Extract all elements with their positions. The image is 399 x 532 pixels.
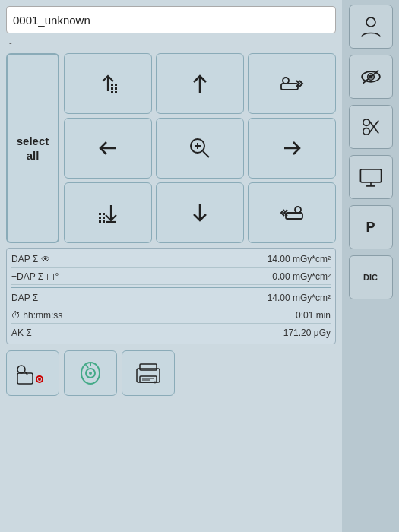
nav-up-bars-button[interactable] [64, 53, 152, 114]
svg-point-43 [366, 17, 375, 27]
stat-label-dap-sum: DAP Σ [11, 293, 103, 303]
stat-row-time: ⏱ hh:mm:ss 0:01 min [11, 308, 331, 324]
p-label: P [366, 220, 375, 236]
subtitle: - [6, 38, 336, 49]
svg-point-48 [363, 119, 369, 126]
stat-row-dap-eye: DAP Σ 👁 14.00 mGy*cm² [11, 252, 331, 268]
dicom-label: DIC [363, 273, 378, 282]
nav-patient-back-button[interactable] [248, 182, 336, 243]
tool-button-2[interactable] [64, 350, 117, 396]
svg-rect-8 [281, 84, 298, 90]
svg-point-31 [38, 378, 41, 381]
stat-label-time: ⏱ hh:mm:ss [11, 310, 103, 321]
svg-rect-20 [99, 220, 101, 223]
svg-point-9 [283, 78, 289, 84]
svg-rect-25 [286, 213, 302, 219]
stat-value-dap-eye: 14.00 mGy*cm² [268, 254, 331, 264]
patient-id-field[interactable]: 0001_unknown [6, 6, 336, 33]
sidebar-eye-button[interactable] [349, 55, 393, 99]
stat-value-plus-dap: 0.00 mGy*cm² [272, 271, 331, 282]
svg-rect-18 [99, 217, 101, 219]
select-all-button[interactable]: select all [6, 53, 59, 243]
sidebar-person-button[interactable] [349, 5, 393, 49]
nav-right-button[interactable] [248, 118, 336, 179]
svg-rect-6 [115, 91, 117, 93]
nav-patient-forward-button[interactable] [248, 53, 336, 114]
stat-row-dap-sum: DAP Σ 14.00 mGy*cm² [11, 290, 331, 306]
nav-down-bars-button[interactable] [64, 182, 152, 243]
stats-panel: DAP Σ 👁 14.00 mGy*cm² +DAP Σ ⫿⫿° 0.00 mG… [6, 248, 336, 344]
sidebar-p-button[interactable]: P [349, 205, 393, 249]
stat-value-ak: 171.20 μGy [283, 328, 331, 338]
right-sidebar: P DIC [342, 0, 399, 532]
navigation-area: select all [6, 53, 336, 243]
sidebar-dicom-button[interactable]: DIC [349, 255, 393, 299]
svg-rect-17 [103, 213, 105, 215]
nav-up-button[interactable] [156, 53, 244, 114]
svg-rect-27 [17, 373, 33, 384]
stat-value-dap-sum: 14.00 mGy*cm² [268, 293, 331, 303]
svg-point-49 [363, 128, 369, 135]
stat-value-time: 0:01 min [296, 310, 331, 321]
svg-line-12 [203, 151, 209, 157]
stat-label-dap-eye: DAP Σ 👁 [11, 254, 103, 264]
nav-left-button[interactable] [64, 118, 152, 179]
print-button[interactable]: : [122, 350, 175, 396]
svg-rect-1 [111, 84, 113, 86]
sidebar-scissors-button[interactable] [349, 105, 393, 149]
svg-point-28 [17, 366, 25, 373]
svg-point-36 [89, 372, 92, 375]
main-panel: 0001_unknown - select all [0, 0, 342, 532]
tool-button-1[interactable] [6, 350, 59, 396]
svg-rect-38 [140, 364, 157, 370]
stat-label-plus-dap: +DAP Σ ⫿⫿° [11, 271, 103, 282]
svg-point-26 [295, 207, 301, 213]
stat-label-ak: AK Σ [11, 328, 103, 338]
svg-rect-5 [111, 91, 113, 93]
nav-down-button[interactable] [156, 182, 244, 243]
svg-rect-3 [111, 87, 113, 90]
svg-rect-2 [115, 84, 117, 86]
svg-rect-16 [99, 213, 101, 215]
svg-line-34 [86, 365, 88, 368]
bottom-toolbar: : [6, 350, 336, 396]
stat-row-plus-dap: +DAP Σ ⫿⫿° 0.00 mGy*cm² [11, 269, 331, 285]
sidebar-monitor-button[interactable] [349, 155, 393, 199]
svg-rect-21 [103, 220, 105, 223]
svg-text::: : [154, 379, 156, 385]
svg-rect-19 [103, 217, 105, 219]
nav-grid [64, 53, 336, 243]
svg-rect-4 [115, 87, 117, 90]
svg-rect-52 [360, 169, 381, 182]
nav-zoom-button[interactable] [156, 118, 244, 179]
stat-row-ak: AK Σ 171.20 μGy [11, 325, 331, 340]
